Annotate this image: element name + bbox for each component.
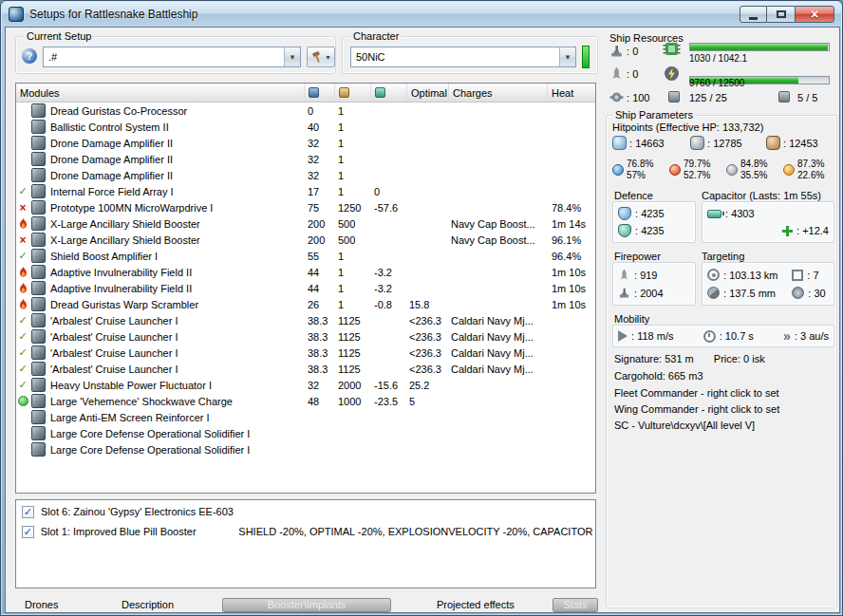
charge-loaded-icon[interactable] [16, 396, 29, 406]
active-check-icon[interactable]: ✓ [16, 250, 29, 262]
modules-column-header[interactable]: Modules [16, 84, 305, 102]
module-row[interactable]: Dread Guristas Co-Processor01 [16, 103, 595, 119]
kinetic-resist: 84.8%35.5% [726, 159, 767, 181]
module-icon [29, 233, 47, 247]
module-row[interactable]: ✓'Arbalest' Cruise Launcher I38.31125<23… [16, 361, 595, 377]
active-check-icon[interactable]: ✓ [16, 346, 29, 359]
active-check-icon[interactable]: ✓ [16, 330, 29, 343]
module-row[interactable]: ✓'Arbalest' Cruise Launcher I38.31125<23… [16, 328, 595, 345]
setup-tools-button[interactable]: ▾ [307, 47, 335, 67]
explosive-resist: 87.3%22.6% [783, 159, 824, 181]
module-cap: -15.6 [371, 380, 407, 391]
powergrid-column-header[interactable] [335, 84, 371, 102]
booster-checkbox[interactable]: ✓ [22, 526, 34, 538]
booster-checkbox[interactable]: ✓ [22, 506, 34, 518]
booster-implant-list: ✓ Slot 6: Zainou 'Gypsy' Electronics EE-… [15, 499, 596, 588]
kinetic-resist-icon [726, 164, 738, 176]
module-icon [29, 313, 47, 327]
titlebar[interactable]: Setups for Rattlesnake Battleship × [2, 2, 841, 27]
module-row[interactable]: Large 'Vehemence' Shockwave Charge481000… [16, 393, 595, 409]
tab-booster-implants[interactable]: Booster\Implants [222, 598, 391, 612]
tab-drones[interactable]: Drones [25, 599, 58, 610]
module-row[interactable]: Drone Damage Amplifier II321 [16, 151, 595, 167]
module-row[interactable]: Large Core Defense Operational Solidifie… [16, 425, 595, 441]
character-dropdown-arrow-icon[interactable]: ▾ [559, 47, 575, 66]
module-name: Adaptive Invulnerability Field II [47, 267, 305, 278]
maximize-button[interactable] [767, 6, 795, 23]
module-row[interactable]: X-Large Ancillary Shield Booster200500Na… [16, 215, 595, 232]
module-row[interactable]: ×Prototype 100MN MicroWarpdrive I751250-… [16, 199, 595, 215]
module-row[interactable]: Large Anti-EM Screen Reinforcer I [16, 409, 595, 425]
module-heat: 1m 10s [548, 267, 595, 278]
offline-cross-icon[interactable]: × [16, 201, 29, 215]
module-row[interactable]: Large Core Defense Operational Solidifie… [16, 441, 595, 457]
fleet-commander-line[interactable]: Fleet Commander - right click to set [614, 387, 779, 399]
module-row[interactable]: ✓Shield Boost Amplifier I55196.4% [16, 248, 595, 264]
module-row[interactable]: ×X-Large Ancillary Shield Booster200500N… [16, 232, 595, 248]
optimal-column-header[interactable]: Optimal [407, 84, 449, 102]
turret-hardpoints-value: 0 [627, 46, 638, 57]
offline-cross-icon[interactable]: × [16, 233, 29, 247]
shield-recharge-icon [618, 207, 631, 220]
module-row[interactable]: Dread Guristas Warp Scrambler261-0.815.8… [16, 296, 595, 312]
module-cpu: 26 [305, 299, 335, 310]
charges-column-header[interactable]: Charges [449, 84, 548, 102]
tab-projected-effects[interactable]: Projected effects [437, 599, 515, 610]
character-select[interactable]: 50NiC ▾ [350, 47, 576, 67]
align-time-icon [703, 330, 716, 343]
module-row[interactable]: ✓Internal Force Field Array I1710 [16, 183, 595, 199]
module-cpu: 200 [305, 218, 335, 230]
right-panel: Ship Resources 0 0 100 1030 / 1042.1 976… [604, 28, 839, 614]
close-button[interactable]: × [795, 6, 834, 23]
minimize-button[interactable] [740, 6, 767, 23]
module-row[interactable]: Drone Damage Amplifier II321 [16, 167, 595, 183]
overheat-flame-icon[interactable] [16, 218, 29, 230]
active-check-icon[interactable]: ✓ [16, 314, 29, 327]
module-row[interactable]: ✓Heavy Unstable Power Fluctuator I322000… [16, 377, 595, 393]
module-row[interactable]: Adaptive Invulnerability Field II441-3.2… [16, 280, 595, 296]
module-name: Internal Force Field Array I [47, 186, 305, 197]
tab-stats[interactable]: Stats [553, 598, 598, 612]
squad-commander-line[interactable]: SC - Vulture\dcxyv\[All level V] [614, 420, 755, 431]
capacitor-column-header[interactable] [371, 84, 407, 102]
module-name: Dread Guristas Co-Processor [47, 105, 305, 117]
module-row[interactable]: Adaptive Invulnerability Field II441-3.2… [16, 264, 595, 280]
minimize-icon [749, 17, 758, 20]
module-optimal: <236.3 [407, 347, 449, 359]
overheat-flame-icon[interactable] [16, 267, 29, 278]
setup-select[interactable]: .# ▾ [43, 47, 301, 67]
module-powergrid: 1 [335, 251, 371, 262]
armor-hp: 12785 [690, 136, 742, 150]
module-row[interactable]: ✓'Arbalest' Cruise Launcher I38.31125<23… [16, 345, 595, 361]
active-check-icon[interactable]: ✓ [16, 185, 29, 197]
app-icon [9, 7, 24, 22]
calibration-icon [609, 90, 624, 104]
help-icon[interactable]: ? [22, 48, 37, 64]
module-cpu: 32 [305, 138, 335, 149]
active-check-icon[interactable]: ✓ [16, 363, 29, 375]
module-row[interactable]: Drone Damage Amplifier II321 [16, 135, 595, 151]
overheat-flame-icon[interactable] [16, 283, 29, 294]
tab-description[interactable]: Description [122, 599, 174, 610]
booster-row[interactable]: ✓ Slot 1: Improved Blue Pill Booster SHI… [16, 523, 595, 540]
module-row[interactable]: Ballistic Control System II401 [16, 119, 595, 135]
capacitor-capacity-value: 4303 [725, 208, 755, 219]
module-cpu: 44 [305, 267, 335, 278]
cpu-column-header[interactable] [305, 84, 335, 102]
module-cpu: 38.3 [305, 315, 335, 327]
module-name: Shield Boost Amplifier I [47, 251, 305, 262]
thermal-resist-icon [669, 164, 681, 176]
booster-row[interactable]: ✓ Slot 6: Zainou 'Gypsy' Electronics EE-… [16, 503, 595, 520]
powergrid-icon [339, 87, 349, 98]
module-powergrid: 1 [335, 121, 371, 133]
overheat-flame-icon[interactable] [16, 299, 29, 310]
module-row[interactable]: ✓'Arbalest' Cruise Launcher I38.31125<23… [16, 312, 595, 328]
heat-column-header[interactable]: Heat [548, 84, 595, 102]
module-charge: Caldari Navy Mj... [449, 331, 548, 343]
module-name: Drone Damage Amplifier II [47, 170, 305, 181]
setup-dropdown-arrow-icon[interactable]: ▾ [284, 47, 300, 66]
module-powergrid: 1125 [335, 364, 371, 375]
active-check-icon[interactable]: ✓ [16, 379, 29, 391]
wing-commander-line[interactable]: Wing Commander - right click to set [614, 403, 779, 415]
tools-dropdown-arrow-icon[interactable]: ▾ [326, 53, 329, 62]
